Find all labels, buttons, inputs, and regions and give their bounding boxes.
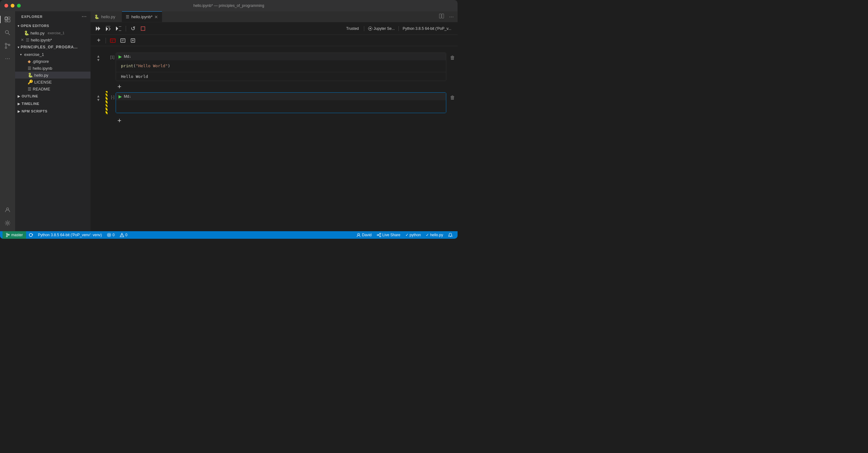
run-below-btn[interactable] (114, 25, 123, 33)
status-python-check[interactable]: ✓ python (403, 231, 423, 239)
tab-close-ipynb[interactable]: ✕ (154, 14, 158, 20)
outline-btn[interactable] (119, 36, 127, 44)
status-sync[interactable] (26, 231, 35, 239)
cell-1-delete-btn[interactable]: 🗑 (450, 53, 458, 61)
cell-1-code[interactable]: print("Hello World") (116, 60, 446, 72)
svg-rect-1 (8, 17, 10, 19)
cell-2-gutter: ▲ ▼ (91, 92, 106, 102)
status-notifications[interactable] (446, 231, 455, 239)
svg-point-24 (370, 28, 371, 29)
project-section[interactable]: ▾ PRINCIPLES_OF_PROGRA... (15, 43, 91, 51)
activity-bar-more[interactable]: ··· (2, 55, 13, 62)
file-readme[interactable]: ☰ README (15, 86, 91, 92)
file-gitignore-name: .gitignore (32, 59, 49, 64)
status-errors[interactable]: 0 (104, 231, 117, 239)
status-live-share[interactable]: Live Share (374, 231, 403, 239)
svg-rect-2 (8, 20, 10, 22)
notebook-toolbar2: + (91, 35, 458, 46)
timeline-chevron: ▶ (18, 102, 21, 105)
cell-2-collapse-down[interactable]: ▼ (96, 98, 100, 102)
code-string: "Hello World" (136, 63, 168, 68)
variables-btn[interactable] (108, 36, 117, 44)
svg-marker-15 (106, 27, 108, 31)
add-cell-mid-btn[interactable]: + (116, 83, 123, 91)
cell-1-run-btn[interactable]: ▶ (119, 54, 122, 59)
add-cell-btn-top[interactable]: + (94, 36, 103, 44)
status-branch-icon[interactable]: master (2, 231, 26, 239)
notebook-content[interactable]: ▲ ▼ [1] ▶ Md↓ print("Hello World") (91, 46, 458, 231)
restart-btn[interactable]: ↺ (128, 25, 137, 33)
python-file-icon: 🐍 (24, 30, 29, 35)
cell-1-inner: ▶ Md↓ print("Hello World") Hello World (116, 53, 446, 81)
activity-bar-explorer[interactable] (2, 14, 13, 25)
maximize-button[interactable] (17, 4, 21, 7)
sidebar-more-actions[interactable]: ··· (82, 14, 87, 20)
cell-2-number: [-] (106, 92, 116, 99)
activity-bar-source-control[interactable] (2, 40, 13, 52)
split-editor-btn[interactable] (438, 12, 445, 21)
status-python-check-label: ✓ python (405, 233, 421, 237)
npm-scripts-section[interactable]: ▶ NPM SCRIPTS (15, 107, 91, 115)
file-gitignore[interactable]: ◆ .gitignore (15, 58, 91, 65)
open-editor-hello-py-name: hello.py (30, 31, 44, 35)
tab-hello-py[interactable]: 🐍 hello.py (91, 11, 122, 22)
svg-marker-14 (98, 26, 100, 31)
file-hello-ipynb-name: hello.ipynb (33, 66, 52, 71)
cell-2-collapse-up[interactable]: ▲ (96, 94, 100, 98)
status-branch-label: master (11, 233, 23, 237)
jupyter-server-text: Jupyter Se... (374, 26, 395, 31)
run-above-btn[interactable] (104, 25, 113, 33)
outline-chevron: ▶ (18, 95, 21, 98)
outline-label: OUTLINE (22, 94, 38, 98)
status-warnings[interactable]: 0 (117, 231, 130, 239)
tab-bar: 🐍 hello.py ☰ hello.ipynb* ✕ (91, 11, 458, 22)
close-button[interactable] (4, 4, 8, 7)
file-license[interactable]: 🔑 LICENSE (15, 78, 91, 86)
open-editor-hello-ipynb[interactable]: ✕ ☰ hello.ipynb* (15, 36, 91, 43)
file-hello-py[interactable]: 🐍 hello.py (15, 72, 91, 78)
python-kernel-label[interactable]: Python 3.8.5 64-bit ('PoP_v... (400, 26, 454, 31)
svg-line-50 (378, 235, 380, 236)
file-readme-label: ☰ README (28, 87, 50, 91)
svg-line-49 (378, 234, 380, 235)
cell-2-container: ▲ ▼ [-] ▶ Md↓ 🗑 (91, 91, 458, 115)
svg-marker-13 (96, 26, 98, 31)
ipynb-icon: ☰ (28, 66, 31, 71)
svg-rect-12 (442, 14, 444, 18)
close-icon-nb[interactable]: ✕ (21, 38, 24, 42)
export-btn[interactable] (128, 36, 137, 44)
open-editors-section[interactable]: ▾ OPEN EDITORS (15, 22, 91, 30)
svg-marker-19 (116, 26, 118, 31)
stop-btn[interactable] (138, 25, 147, 33)
outline-section[interactable]: ▶ OUTLINE (15, 92, 91, 100)
activity-bar-bottom (2, 204, 13, 231)
open-editor-hello-py[interactable]: 🐍 hello.py exercise_1 (15, 30, 91, 36)
cell-1-container: ▲ ▼ [1] ▶ Md↓ print("Hello World") (91, 51, 458, 82)
tab-hello-ipynb[interactable]: ☰ hello.ipynb* ✕ (122, 11, 162, 22)
jupyter-server-label[interactable]: Jupyter Se... (366, 26, 397, 31)
cell-1-collapse-down[interactable]: ▼ (96, 58, 100, 62)
more-editor-actions[interactable]: ··· (448, 12, 455, 21)
svg-line-5 (8, 33, 10, 35)
minimize-button[interactable] (11, 4, 14, 7)
folder-exercise1[interactable]: ▾ exercise_1 (15, 51, 91, 58)
activity-bar-account[interactable] (2, 204, 13, 216)
npm-scripts-chevron: ▶ (18, 110, 21, 113)
status-python[interactable]: Python 3.8.5 64-bit ('PoP_venv': venv) (35, 231, 104, 239)
cell-1-gutter: ▲ ▼ (91, 53, 106, 62)
trusted-label[interactable]: Trusted (343, 26, 363, 31)
status-file-check[interactable]: ✓ hello.py (423, 231, 446, 239)
activity-bar-search[interactable] (2, 27, 13, 38)
cell-2-code[interactable] (116, 100, 446, 113)
cell-2-delete-btn[interactable]: 🗑 (450, 92, 458, 100)
timeline-section[interactable]: ▶ TIMELINE (15, 100, 91, 107)
warning-icon (120, 233, 124, 237)
activity-bar-settings[interactable] (2, 217, 13, 229)
file-hello-ipynb[interactable]: ☰ hello.ipynb (15, 65, 91, 72)
status-user[interactable]: David (354, 231, 374, 239)
svg-point-10 (7, 222, 8, 224)
cell-2-run-btn[interactable]: ▶ (119, 94, 122, 99)
add-cell-bottom-btn[interactable]: + (116, 117, 123, 124)
file-readme-name: README (33, 87, 50, 91)
run-all-btn[interactable] (94, 25, 103, 33)
